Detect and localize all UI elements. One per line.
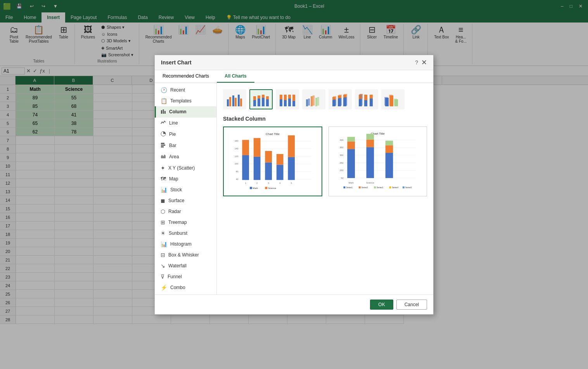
- svg-rect-27: [288, 95, 291, 99]
- svg-text:160: 160: [235, 140, 239, 142]
- chart-preview-2[interactable]: Chart Title 400 350 300 250 200 50: [329, 126, 427, 196]
- chart-type-boxwhisker[interactable]: ⊟ Box & Whisker: [155, 249, 216, 260]
- svg-rect-0: [161, 110, 162, 114]
- svg-rect-107: [347, 149, 355, 178]
- sunburst-icon: ☀: [161, 230, 166, 236]
- chart-type-surface[interactable]: ◼ Surface: [155, 195, 216, 206]
- svg-rect-17: [258, 95, 260, 99]
- chart-subtype-100stacked[interactable]: [276, 89, 299, 109]
- svg-text:Series4: Series4: [392, 187, 398, 189]
- svg-rect-118: [344, 186, 346, 188]
- svg-rect-21: [266, 96, 269, 99]
- cancel-button[interactable]: Cancel: [396, 300, 427, 310]
- svg-rect-35: [317, 97, 319, 106]
- chart-type-treemap[interactable]: ⊞ Treemap: [155, 217, 216, 228]
- svg-rect-84: [288, 135, 295, 157]
- chart-subtype-3d-column[interactable]: [381, 89, 405, 109]
- line-icon: [161, 120, 166, 126]
- chart-type-histogram[interactable]: 📊 Histogram: [155, 239, 216, 249]
- stock-icon: 📊: [161, 187, 167, 193]
- chart-preview-1[interactable]: Chart Title 160 140 120 100 80 40: [223, 126, 322, 196]
- chart-type-funnel[interactable]: ⊽ Funnel: [155, 271, 216, 282]
- chart-previews-area: Chart Title 160 140 120 100 80 40: [223, 126, 427, 196]
- svg-rect-2: [164, 111, 166, 114]
- svg-rect-5: [161, 144, 165, 146]
- chart-subtype-stacked[interactable]: [249, 89, 273, 109]
- insert-chart-dialog: Insert Chart ? ✕ Recommended Charts All …: [154, 55, 434, 315]
- svg-rect-42: [339, 98, 342, 106]
- svg-rect-43: [339, 95, 342, 98]
- svg-text:50: 50: [341, 177, 344, 179]
- help-icon[interactable]: ?: [415, 59, 418, 66]
- chart-type-line[interactable]: Line: [155, 118, 216, 129]
- svg-rect-16: [258, 99, 260, 106]
- tab-recommended-charts[interactable]: Recommended Charts: [155, 70, 217, 83]
- svg-rect-15: [253, 96, 256, 100]
- svg-rect-13: [240, 99, 242, 106]
- tab-all-charts[interactable]: All Charts: [217, 70, 254, 83]
- svg-rect-23: [280, 95, 282, 99]
- chart-subtype-3d-clustered[interactable]: [302, 89, 325, 109]
- chart-type-templates[interactable]: 📋 Templates: [155, 95, 216, 106]
- svg-rect-78: [254, 138, 261, 156]
- svg-rect-76: [242, 140, 249, 155]
- svg-rect-25: [284, 95, 287, 100]
- svg-text:Series3: Series3: [377, 187, 383, 189]
- chart-subtype-clustered[interactable]: [223, 89, 246, 109]
- svg-text:Math: Math: [253, 187, 258, 189]
- svg-text:40: 40: [236, 178, 239, 180]
- funnel-icon: ⊽: [161, 274, 164, 280]
- svg-rect-75: [242, 155, 249, 180]
- chart-type-combo[interactable]: ⚡ Combo: [155, 282, 216, 293]
- svg-text:2: 2: [256, 182, 258, 184]
- chart-subtype-selector: [223, 89, 427, 109]
- svg-rect-60: [389, 95, 393, 106]
- svg-text:4: 4: [279, 182, 281, 184]
- chart-type-pie[interactable]: Pie: [155, 129, 216, 140]
- area-icon: [161, 154, 166, 160]
- svg-rect-112: [367, 133, 374, 139]
- svg-text:100: 100: [235, 163, 239, 165]
- svg-rect-39: [333, 96, 336, 99]
- svg-rect-33: [313, 95, 315, 106]
- svg-text:Series2: Series2: [361, 187, 368, 189]
- chart-type-stock[interactable]: 📊 Stock: [155, 184, 216, 195]
- ok-button[interactable]: OK: [370, 300, 393, 310]
- bar-icon: [161, 142, 166, 149]
- modal-header: Insert Chart ? ✕: [155, 55, 433, 70]
- chart-type-sunburst[interactable]: ☀ Sunburst: [155, 228, 216, 239]
- chart-type-map[interactable]: 🗺 Map: [155, 173, 216, 184]
- treemap-icon: ⊞: [161, 219, 165, 225]
- modal-overlay[interactable]: Insert Chart ? ✕ Recommended Charts All …: [0, 0, 588, 369]
- chart-subtype-3d-100stacked[interactable]: [355, 89, 378, 109]
- chart-type-area[interactable]: Area: [155, 151, 216, 163]
- chart-type-scatter[interactable]: ✦ X Y (Scatter): [155, 163, 216, 173]
- svg-rect-53: [364, 95, 367, 100]
- svg-rect-8: [227, 99, 229, 106]
- chart-type-recent[interactable]: 🕐 Recent: [155, 85, 216, 95]
- chart-type-radar[interactable]: ⬡ Radar: [155, 206, 216, 217]
- svg-rect-47: [344, 94, 347, 97]
- pie-icon: [161, 131, 166, 138]
- svg-marker-7: [161, 154, 166, 158]
- chart-subtype-3d-stacked[interactable]: [329, 89, 352, 109]
- svg-text:250: 250: [340, 161, 344, 164]
- chart-type-waterfall[interactable]: ↘ Waterfall: [155, 260, 216, 271]
- chart-type-column[interactable]: Column: [155, 106, 216, 118]
- svg-rect-61: [394, 99, 397, 106]
- svg-rect-38: [333, 99, 336, 106]
- svg-rect-1: [163, 109, 164, 114]
- svg-text:5: 5: [291, 182, 292, 184]
- svg-text:140: 140: [235, 147, 239, 150]
- svg-text:200: 200: [340, 169, 344, 172]
- svg-rect-14: [253, 100, 256, 106]
- svg-rect-12: [238, 95, 240, 106]
- chart-content-area: Stacked Column Chart Title 160 140 120 1…: [217, 83, 433, 295]
- svg-rect-108: [347, 141, 355, 149]
- svg-rect-109: [347, 137, 355, 141]
- modal-close-button[interactable]: ✕: [421, 58, 427, 67]
- svg-rect-113: [386, 152, 393, 178]
- chart-type-bar[interactable]: Bar: [155, 140, 216, 151]
- svg-text:Science: Science: [268, 187, 276, 189]
- svg-rect-18: [262, 98, 265, 106]
